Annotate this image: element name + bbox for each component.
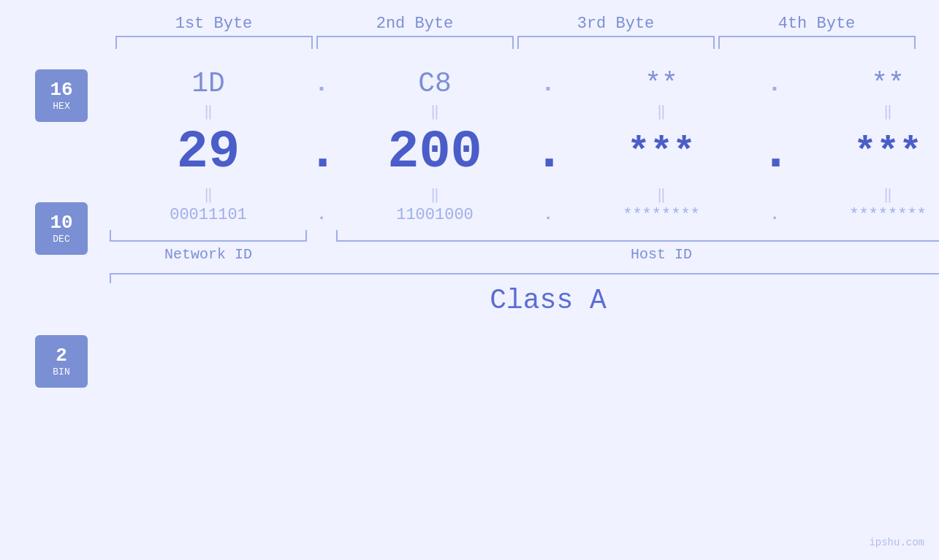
top-bracket-1 — [115, 36, 313, 49]
dec-badge-number: 10 — [50, 212, 72, 234]
dec-b2-value: 200 — [387, 123, 482, 183]
dec-b3-cell: *** — [563, 131, 760, 174]
class-label: Class A — [490, 285, 607, 316]
dec-row: 29 . 200 . *** . *** — [110, 123, 939, 183]
bin-dot-1: . — [307, 206, 336, 224]
host-id-label: Host ID — [336, 246, 939, 263]
host-bracket — [336, 230, 939, 242]
hex-dot-2: . — [533, 70, 563, 98]
main-container: 1st Byte 2nd Byte 3rd Byte 4th Byte 16 H… — [0, 0, 939, 560]
dec-b1-value: 29 — [177, 123, 240, 183]
bin-dot-3: . — [760, 206, 789, 224]
byte3-label: 3rd Byte — [517, 15, 715, 33]
hex-dot-1: . — [307, 70, 336, 98]
eq-1-b4: ‖ — [789, 102, 939, 120]
hex-row: 1D . C8 . ** . ** — [110, 68, 939, 99]
eq-2-b2: ‖ — [336, 185, 533, 204]
eq-2-b4: ‖ — [789, 185, 939, 204]
top-brackets-row — [0, 36, 939, 49]
bin-b4-value: ******** — [849, 206, 927, 224]
bin-b1-cell: 00011101 — [110, 206, 307, 224]
network-id-label: Network ID — [110, 246, 307, 263]
byte2-label: 2nd Byte — [316, 15, 514, 33]
dec-dot-1: . — [307, 123, 336, 183]
values-section: 1D . C8 . ** . ** ‖ ‖ — [88, 62, 939, 316]
bottom-brackets-row — [110, 230, 939, 242]
hex-b4-cell: ** — [789, 68, 939, 99]
top-bracket-2 — [316, 36, 514, 49]
eq-row-1: ‖ ‖ ‖ ‖ — [110, 99, 939, 123]
hex-dot-3: . — [760, 70, 789, 98]
dec-dot-3: . — [760, 123, 789, 183]
dec-b4-cell: *** — [789, 131, 939, 174]
bin-badge: 2 BIN — [35, 335, 88, 388]
dec-b3-value: *** — [627, 131, 696, 174]
dec-badge-label: DEC — [53, 234, 69, 245]
hex-b3-value: ** — [645, 68, 678, 99]
bin-b3-value: ******** — [623, 206, 700, 224]
bin-b1-value: 00011101 — [170, 206, 247, 224]
badges-column: 16 HEX 10 DEC 2 BIN — [0, 62, 88, 388]
byte4-label: 4th Byte — [718, 15, 916, 33]
network-bracket — [110, 230, 307, 242]
hex-b1-cell: 1D — [110, 68, 307, 99]
eq-1-b1: ‖ — [110, 102, 307, 120]
hex-badge-label: HEX — [53, 101, 69, 112]
bin-dot-2: . — [533, 206, 563, 224]
watermark: ipshu.com — [869, 537, 924, 548]
dec-b2-cell: 200 — [336, 123, 533, 183]
hex-badge: 16 HEX — [35, 69, 88, 122]
hex-b2-cell: C8 — [336, 68, 533, 99]
bin-b4-cell: ******** — [789, 206, 939, 224]
hex-b2-value: C8 — [418, 68, 452, 99]
class-label-row: Class A — [110, 285, 939, 316]
bin-b3-cell: ******** — [563, 206, 760, 224]
dec-b1-cell: 29 — [110, 123, 307, 183]
id-labels-row: Network ID Host ID — [110, 246, 939, 263]
dec-b4-value: *** — [854, 131, 922, 174]
eq-row-2: ‖ ‖ ‖ ‖ — [110, 183, 939, 206]
class-bracket-left — [110, 273, 111, 283]
eq-2-b3: ‖ — [563, 185, 760, 204]
eq-1-b2: ‖ — [336, 102, 533, 120]
network-id-text: Network ID — [164, 246, 252, 263]
class-bracket-line — [110, 273, 939, 275]
bin-badge-number: 2 — [56, 345, 67, 367]
byte-labels-row: 1st Byte 2nd Byte 3rd Byte 4th Byte — [0, 0, 939, 33]
top-bracket-3 — [517, 36, 715, 49]
hex-b3-cell: ** — [563, 68, 760, 99]
id-label-spacer — [307, 246, 336, 263]
dec-dot-2: . — [533, 123, 563, 183]
dec-badge: 10 DEC — [35, 202, 88, 255]
host-id-text: Host ID — [631, 246, 692, 263]
eq-2-b1: ‖ — [110, 185, 307, 204]
top-bracket-4 — [718, 36, 916, 49]
hex-b1-value: 1D — [191, 68, 225, 99]
bin-b2-cell: 11001000 — [336, 206, 533, 224]
eq-1-b3: ‖ — [563, 102, 760, 120]
byte1-label: 1st Byte — [115, 15, 313, 33]
bin-b2-value: 11001000 — [396, 206, 474, 224]
hex-badge-number: 16 — [50, 80, 72, 101]
bin-badge-label: BIN — [53, 367, 69, 377]
class-bracket-container — [110, 273, 939, 275]
bin-row: 00011101 . 11001000 . ******** . *******… — [110, 206, 939, 224]
hex-b4-value: ** — [871, 68, 905, 99]
